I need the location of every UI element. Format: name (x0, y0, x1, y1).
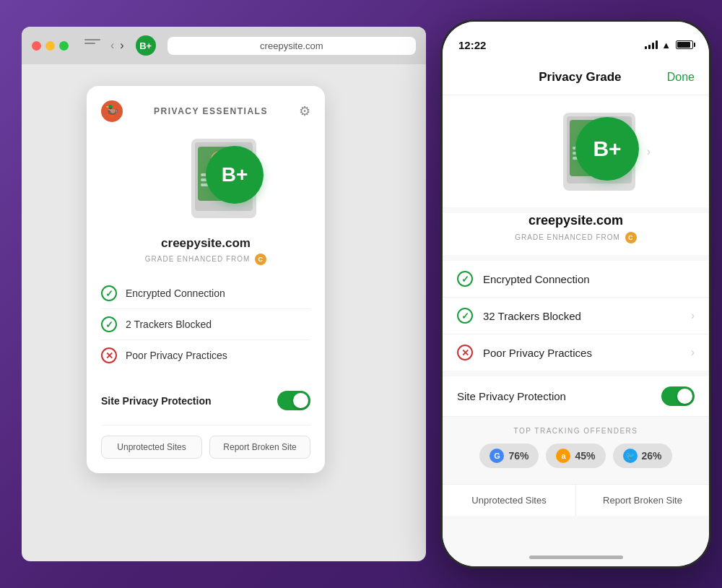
report-broken-site-button[interactable]: Report Broken Site (209, 436, 310, 459)
phone-nav-bar: Privacy Grade Done (443, 59, 709, 95)
phone-privacy-label-encrypted: Encrypted Connection (483, 273, 695, 285)
amazon-tracker-icon: a (556, 449, 570, 463)
phone-privacy-label-poor-privacy: Poor Privacy Practices (483, 347, 681, 359)
phone-privacy-item-poor-privacy[interactable]: ✕ Poor Privacy Practices › (443, 334, 709, 371)
privacy-item-poor-privacy: ✕ Poor Privacy Practices (101, 340, 310, 371)
phone-status-icons: ▲ (645, 40, 693, 51)
phone-privacy-label-trackers: 32 Trackers Blocked (483, 310, 681, 322)
phone-grade-circle: B+ (575, 117, 639, 181)
phone-privacy-item-encrypted: ✓ Encrypted Connection (443, 261, 709, 298)
phone-screen: 12:22 ▲ Privacy Grade Done (443, 22, 709, 566)
grade-visual: 👩 B+ (148, 135, 264, 222)
phone-footer: Unprotected Sites Report Broken Site (443, 484, 709, 516)
phone-privacy-item-trackers[interactable]: ✓ 32 Trackers Blocked › (443, 298, 709, 334)
traffic-lights (32, 41, 69, 51)
phone-site-name: creepysite.com (457, 213, 695, 228)
phone-status-bad-icon-1: ✕ (457, 345, 473, 360)
phone-site-section: creepysite.com GRADE ENHANCED FROM C (443, 213, 709, 255)
phone-trackers-section: TOP TRACKING OFFENDERS G 76% a 45% 🐦 26% (443, 417, 709, 478)
signal-icon (645, 40, 658, 49)
phone-grade-visual: 👩 B+ › (513, 110, 639, 193)
status-bad-icon-1: ✕ (101, 347, 117, 363)
twitter-tracker-icon: 🐦 (623, 449, 638, 463)
privacy-label-trackers: 2 Trackers Blocked (126, 319, 212, 330)
settings-icon[interactable]: ⚙ (299, 103, 310, 119)
privacy-panel: 🦆 PRIVACY ESSENTIALS ⚙ 👩 (87, 86, 325, 473)
mobile-phone: 12:22 ▲ Privacy Grade Done (440, 20, 711, 568)
privacy-label-poor-privacy: Poor Privacy Practices (126, 350, 227, 361)
panel-header: 🦆 PRIVACY ESSENTIALS ⚙ (101, 100, 310, 122)
phone-home-indicator (529, 555, 623, 559)
sidebar-toggle-icon[interactable] (84, 39, 100, 52)
phone-status-bar: 12:22 ▲ (443, 22, 709, 59)
trackers-title: TOP TRACKING OFFENDERS (457, 427, 695, 435)
phone-grade-enhanced: GRADE ENHANCED FROM C (457, 232, 695, 243)
phone-protection-label: Site Privacy Protection (457, 390, 566, 402)
maximize-button[interactable] (59, 41, 69, 51)
twitter-tracker-pct: 26% (642, 450, 662, 462)
wifi-icon: ▲ (661, 40, 671, 51)
phone-trackers-chevron: › (691, 309, 695, 322)
tracker-badge-twitter: 🐦 26% (613, 444, 672, 468)
tracker-badge-google: G 76% (479, 444, 539, 468)
desktop-grade-section: 👩 B+ (101, 135, 310, 222)
desktop-privacy-items: ✓ Encrypted Connection ✓ 2 Trackers Bloc… (101, 278, 310, 371)
unprotected-sites-button[interactable]: Unprotected Sites (101, 436, 202, 459)
forward-button[interactable]: › (120, 40, 123, 51)
phone-protection-toggle[interactable] (661, 386, 695, 406)
phone-unprotected-sites-button[interactable]: Unprotected Sites (443, 485, 576, 516)
desktop-grade-circle: B+ (206, 146, 264, 204)
amazon-tracker-pct: 45% (575, 450, 595, 462)
tracker-badge-amazon: a 45% (546, 444, 605, 468)
phone-privacy-list: ✓ Encrypted Connection ✓ 32 Trackers Blo… (443, 261, 709, 371)
desktop-protection-label: Site Privacy Protection (101, 395, 212, 407)
ddg-logo: 🦆 (101, 100, 123, 122)
phone-done-button[interactable]: Done (667, 71, 695, 84)
desktop-grade-from-badge: C (255, 254, 266, 265)
status-good-icon-1: ✓ (101, 285, 117, 301)
phone-time: 12:22 (458, 39, 486, 51)
phone-grade-from-badge: C (625, 232, 637, 243)
battery-icon (676, 40, 693, 49)
desktop-grade-enhanced: GRADE ENHANCED FROM C (101, 254, 310, 265)
phone-status-good-icon-2: ✓ (457, 308, 473, 324)
phone-report-broken-site-button[interactable]: Report Broken Site (576, 485, 709, 516)
panel-title: PRIVACY ESSENTIALS (154, 106, 268, 116)
status-good-icon-2: ✓ (101, 316, 117, 332)
privacy-label-encrypted: Encrypted Connection (126, 287, 225, 299)
minimize-button[interactable] (45, 41, 55, 51)
phone-protection-row: Site Privacy Protection (443, 376, 709, 417)
privacy-item-trackers: ✓ 2 Trackers Blocked (101, 309, 310, 340)
browser-grade-badge[interactable]: B+ (136, 35, 156, 56)
desktop-protection-toggle[interactable] (277, 391, 310, 410)
desktop-browser: ‹ › B+ creepysite.com 🦆 PRIVACY ESSENTIA… (22, 27, 426, 561)
google-tracker-pct: 76% (508, 450, 529, 462)
close-button[interactable] (32, 41, 41, 51)
url-bar[interactable]: creepysite.com (168, 37, 416, 55)
phone-content: Privacy Grade Done 👩 (443, 59, 709, 566)
desktop-site-name: creepysite.com (101, 236, 310, 251)
privacy-item-encrypted: ✓ Encrypted Connection (101, 278, 310, 309)
svg-text:🦆: 🦆 (105, 104, 119, 118)
browser-nav-buttons: ‹ › (110, 40, 124, 51)
desktop-panel-footer: Unprotected Sites Report Broken Site (101, 425, 310, 459)
browser-content: 🦆 PRIVACY ESSENTIALS ⚙ 👩 (22, 64, 426, 473)
phone-status-good-icon-1: ✓ (457, 271, 473, 287)
phone-grade-section: 👩 B+ › (443, 95, 709, 207)
phone-poor-privacy-chevron: › (691, 346, 695, 359)
phone-grade-chevron[interactable]: › (647, 145, 651, 158)
phone-nav-title: Privacy Grade (539, 70, 621, 85)
google-tracker-icon: G (490, 449, 504, 463)
browser-titlebar: ‹ › B+ creepysite.com (22, 27, 426, 64)
desktop-protection-row: Site Privacy Protection (101, 384, 310, 418)
back-button[interactable]: ‹ (110, 40, 114, 51)
tracker-badges: G 76% a 45% 🐦 26% (457, 444, 695, 468)
